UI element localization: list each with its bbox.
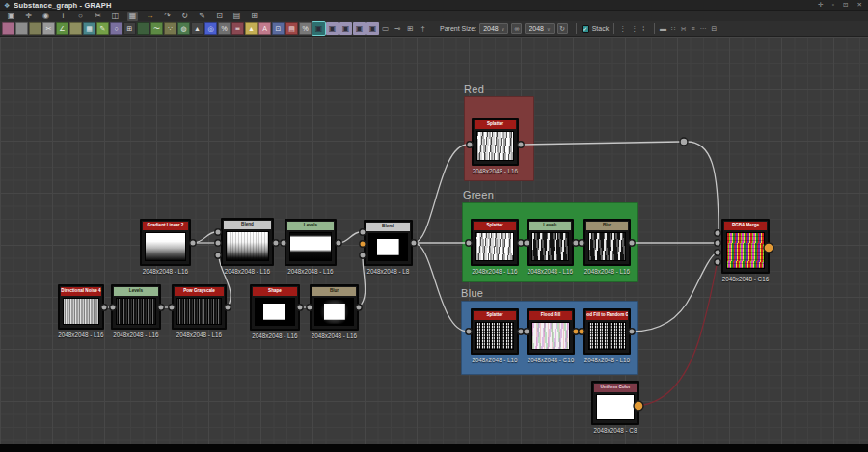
- frame-teal-button[interactable]: ▣: [312, 22, 325, 35]
- node-blur-green[interactable]: Blur: [583, 219, 631, 266]
- frame-node-icon[interactable]: ⊡: [214, 12, 225, 21]
- bucket-icon[interactable]: [69, 22, 82, 35]
- curved-link-icon[interactable]: ↷: [162, 12, 173, 21]
- frame-lavender-3-button[interactable]: ▣: [353, 22, 366, 35]
- cut-link-icon[interactable]: ✂: [93, 12, 103, 21]
- maximize-panel-icon[interactable]: ⊡: [843, 2, 848, 9]
- spread-icon[interactable]: ⋯: [700, 25, 707, 32]
- node-size-label: 2048x2048 - L16: [559, 268, 656, 275]
- link-display-icon[interactable]: ⊸: [393, 23, 403, 35]
- curve-icon[interactable]: 〜: [150, 22, 163, 35]
- node-flood-fill-to-random[interactable]: Flood Fill to Random Gr...: [583, 308, 631, 355]
- distribute-v-icon[interactable]: ∺: [681, 25, 687, 32]
- close-panel-icon[interactable]: ✕: [857, 2, 862, 9]
- align-right-icon[interactable]: ⁞: [642, 25, 644, 32]
- frame-lavender-2-button[interactable]: ▣: [339, 22, 352, 35]
- svg-icon[interactable]: [15, 22, 28, 35]
- frame-all-icon[interactable]: ▣: [6, 12, 16, 21]
- node-uniform-color[interactable]: Uniform Color: [591, 381, 639, 425]
- graph-nodes-icon[interactable]: ◫: [110, 12, 121, 21]
- info-icon[interactable]: i: [58, 12, 68, 21]
- node-title: Blur: [330, 289, 339, 294]
- node-title: Uniform Color: [601, 386, 631, 390]
- distribute-h-icon[interactable]: ∷: [671, 25, 675, 32]
- zoom-icon[interactable]: ○: [75, 12, 86, 21]
- node-header: Levels: [287, 222, 334, 230]
- frame-lavender-1-button[interactable]: ▣: [326, 22, 339, 35]
- parent-size-dropdown[interactable]: 2048∨: [479, 23, 508, 34]
- compact-icon[interactable]: ⊟: [712, 25, 718, 32]
- expose-icon[interactable]: ⊞: [405, 23, 416, 35]
- node-flood-fill[interactable]: Flood Fill: [527, 308, 575, 355]
- node-header: Splatter: [475, 120, 516, 129]
- gradient-map-icon[interactable]: ◎: [204, 22, 217, 35]
- frame-lavender-4-button[interactable]: ▣: [366, 22, 379, 35]
- node-preview-thumbnail: [314, 298, 354, 326]
- mosaic-icon[interactable]: ▦: [83, 22, 95, 35]
- float-panel-icon[interactable]: ▫: [832, 2, 834, 9]
- output-size-dropdown[interactable]: 2048∨: [525, 23, 554, 34]
- node-blur-shape[interactable]: Blur: [310, 284, 359, 331]
- channel-split-icon[interactable]: ✂: [42, 22, 55, 35]
- align-top-icon[interactable]: ▬: [660, 25, 666, 32]
- stack-checkbox[interactable]: ✓: [582, 25, 589, 33]
- pin-panel-icon[interactable]: ✛: [818, 2, 823, 9]
- normal-icon[interactable]: %: [299, 22, 312, 35]
- text-icon[interactable]: A: [258, 22, 271, 35]
- group-label-blue: Blue: [461, 287, 483, 299]
- screenshot-icon[interactable]: ◉: [41, 12, 51, 21]
- link-sizes-icon[interactable]: ∞: [511, 23, 522, 34]
- node-splatter-green[interactable]: Splatter: [471, 219, 519, 266]
- node-title: Splatter: [486, 313, 502, 318]
- node-header: Splatter: [474, 222, 516, 230]
- node-title: Splatter: [487, 122, 503, 127]
- node-header: Pow Grayscale: [175, 287, 224, 296]
- node-header: Flood Fill to Random Gr...: [586, 311, 628, 320]
- grayscale-conv-icon[interactable]: %: [218, 22, 231, 35]
- transform-icon[interactable]: ⊡: [272, 22, 285, 35]
- node-gradient-linear-2[interactable]: Gradient Linear 2: [140, 219, 191, 266]
- node-splatter-blue[interactable]: Splatter: [471, 308, 519, 355]
- comment-icon[interactable]: ▭: [380, 23, 391, 35]
- grid-icon[interactable]: ⊞: [123, 22, 136, 35]
- node-pow-grayscale[interactable]: Pow Grayscale: [172, 284, 227, 330]
- pencil-icon[interactable]: ✎: [96, 22, 109, 35]
- node-splatter-red[interactable]: Splatter: [472, 118, 519, 166]
- align-left-icon[interactable]: ⋮: [619, 25, 626, 32]
- grid-frame-icon[interactable]: ⊞: [249, 12, 259, 21]
- rotate-icon[interactable]: ↻: [179, 12, 190, 21]
- graph-canvas[interactable]: RedGreenBlueGradient Linear 22048x2048 -…: [0, 37, 868, 444]
- sphere-icon[interactable]: ○: [110, 22, 122, 35]
- warp-icon[interactable]: ▲: [191, 22, 203, 35]
- triangle-icon[interactable]: ▲: [245, 22, 258, 35]
- tools-icon[interactable]: ✎: [197, 12, 207, 21]
- paint-node-icon[interactable]: ▤: [285, 22, 298, 35]
- dots-icon[interactable]: ∵: [164, 22, 176, 35]
- hsl-icon[interactable]: ≖: [231, 22, 244, 35]
- node-levels-noise[interactable]: Levels: [111, 284, 161, 330]
- pin-icon[interactable]: †: [418, 23, 428, 35]
- node-rgba-merge[interactable]: RGBA Merge: [721, 219, 770, 274]
- graph-panel-icon: ❖: [4, 2, 10, 9]
- node-levels-green[interactable]: Levels: [527, 219, 574, 266]
- dyn-gradient-icon[interactable]: [137, 22, 149, 35]
- node-blend-1[interactable]: Blend: [221, 218, 274, 266]
- toolbar-separator: [613, 23, 614, 34]
- panel-controls: ✛▫⊡✕: [818, 2, 864, 9]
- straight-link-icon[interactable]: ↔: [145, 12, 155, 21]
- pan-view-icon[interactable]: ✛: [23, 12, 34, 21]
- blur-icon[interactable]: [29, 22, 41, 35]
- thumbnails-icon[interactable]: ▦: [127, 12, 138, 21]
- node-levels-1[interactable]: Levels: [285, 219, 337, 266]
- align-center-v-icon[interactable]: ⋮: [631, 25, 637, 32]
- node-directional-noise-4[interactable]: Directional Noise 4: [58, 284, 104, 330]
- reset-size-icon[interactable]: ↻: [557, 23, 568, 34]
- sharpen-icon[interactable]: ◍: [177, 22, 190, 35]
- node-title: Flood Fill: [541, 313, 560, 318]
- paint-icon[interactable]: ▤: [231, 12, 242, 21]
- bitmap-icon[interactable]: [2, 22, 14, 35]
- node-shape[interactable]: Shape: [250, 284, 300, 331]
- slope-blur-icon[interactable]: ∠: [56, 22, 68, 35]
- snap-icon[interactable]: ≡: [691, 25, 694, 32]
- node-blend-2[interactable]: Blend: [364, 220, 413, 266]
